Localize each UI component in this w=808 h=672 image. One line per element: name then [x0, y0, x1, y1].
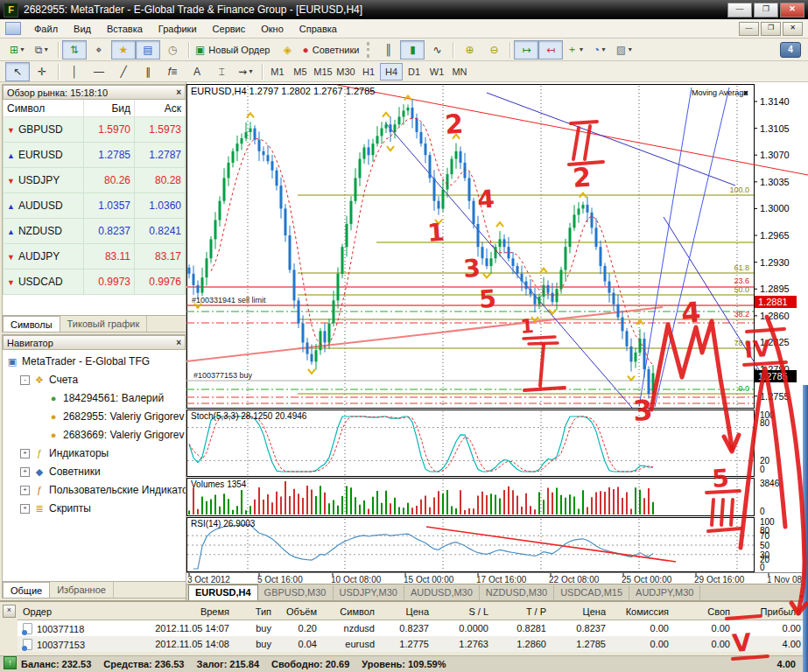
periods-button[interactable]: ◔▼	[587, 40, 612, 60]
order-row[interactable]: 1003771532012.11.05 14:08buy0.04eurusd1.…	[18, 636, 806, 652]
minimize-button[interactable]: —	[727, 3, 752, 18]
chart-tab-USDCAD,M15[interactable]: USDCAD,M15	[554, 585, 629, 600]
nav-tab-Избранное[interactable]: Избранное	[50, 582, 114, 598]
zoom-in-button[interactable]: ⊕	[457, 40, 481, 60]
term-col-9[interactable]: Комиссия	[611, 604, 674, 620]
tree-item[interactable]: ●184294561: Валерий	[4, 389, 186, 408]
term-col-5[interactable]: Цена	[380, 604, 434, 620]
tree-item[interactable]: ●2682955: Valeriy Grigorev	[4, 408, 186, 426]
mw-tab-Символы[interactable]: Символы	[3, 316, 60, 332]
timeframe-W1[interactable]: W1	[425, 63, 448, 80]
mw-tab-Тиковый график[interactable]: Тиковый график	[60, 316, 148, 332]
tree-item[interactable]: +◆Советники	[4, 463, 186, 481]
terminal-close-icon[interactable]: ×	[3, 605, 16, 618]
bar-chart-button[interactable]: ║	[376, 40, 400, 60]
tree-item[interactable]: +ƒПользовательские Индикатор	[4, 481, 186, 500]
strategy-tester-button[interactable]: ◷	[160, 40, 185, 60]
new-order-button[interactable]: ▣Новый Ордер	[193, 40, 275, 60]
term-col-7[interactable]: T / P	[494, 604, 552, 620]
crosshair-button[interactable]: ✛	[30, 62, 54, 81]
chart-tab-GBPUSD,M30[interactable]: GBPUSD,M30	[258, 585, 334, 600]
market-watch-row[interactable]: ▼AUDJPY83.1183.17	[4, 244, 186, 270]
arrows-button[interactable]: ⇝▼	[234, 62, 258, 81]
market-watch-row[interactable]: ▲NZDUSD0.82370.8241	[4, 219, 186, 244]
timeframe-M1[interactable]: M1	[266, 63, 289, 80]
tree-item[interactable]: ●2683669: Valeriy Grigorev	[4, 426, 186, 444]
tree-item[interactable]: +≣Скрипты	[4, 500, 186, 518]
menu-Вставка[interactable]: Вставка	[99, 21, 151, 37]
term-col-11[interactable]: Прибыль	[735, 604, 806, 620]
chart-tab-AUDJPY,M30[interactable]: AUDJPY,M30	[629, 585, 700, 600]
chart-window-icon[interactable]	[5, 22, 21, 35]
timeframe-M15[interactable]: M15	[312, 63, 334, 80]
term-col-0[interactable]: Ордер	[18, 604, 103, 620]
expand-icon[interactable]: +	[20, 504, 30, 514]
market-watch-button[interactable]: ⇅	[62, 40, 87, 60]
mdi-restore-button[interactable]: ❐	[761, 22, 781, 36]
market-watch-row[interactable]: ▼USDCAD0.99730.9976	[4, 270, 186, 295]
market-watch-row[interactable]: ▼GBPUSD1.59701.5973	[4, 117, 186, 143]
menu-Вид[interactable]: Вид	[66, 21, 99, 37]
mw-col-2[interactable]: Аск	[135, 100, 186, 117]
mw-col-1[interactable]: Бид	[84, 100, 135, 117]
timeframe-M30[interactable]: M30	[334, 63, 357, 80]
chart-canvas[interactable]: 100.061.823.650.038.278.60.0#100331941 s…	[186, 82, 808, 584]
templates-button[interactable]: ▨▼	[612, 40, 636, 60]
menu-Сервис[interactable]: Сервис	[205, 21, 254, 37]
candlestick-chart-button[interactable]: ▮	[400, 40, 425, 60]
expand-icon[interactable]: +	[20, 467, 30, 477]
cursor-button[interactable]: ↖	[5, 62, 30, 81]
terminal-button[interactable]: ▤	[136, 40, 160, 60]
mdi-minimize-button[interactable]: —	[739, 22, 759, 36]
term-col-4[interactable]: Символ	[322, 604, 380, 620]
timeframe-H1[interactable]: H1	[357, 63, 380, 80]
mdi-close-button[interactable]: ✕	[783, 22, 803, 36]
alerts-icon[interactable]: ◈	[275, 40, 299, 60]
chart-profiles-button[interactable]: ⧉▼	[30, 40, 54, 60]
vertical-line-button[interactable]: │	[62, 62, 87, 81]
timeframe-H4[interactable]: H4	[380, 63, 403, 80]
line-chart-button[interactable]: ∿	[425, 40, 449, 60]
indicators-button[interactable]: ＋▼	[563, 40, 587, 60]
chart-tab-NZDUSD,M30[interactable]: NZDUSD,M30	[480, 585, 554, 600]
text-label-button[interactable]: ⌶	[209, 62, 234, 81]
expand-icon[interactable]: +	[20, 449, 30, 458]
tree-item[interactable]: ▣MetaTrader - E-Global TFG	[4, 353, 186, 371]
tree-item[interactable]: +ƒИндикаторы	[4, 444, 186, 463]
horizontal-line-button[interactable]: —	[87, 62, 111, 81]
close-button[interactable]: ✕	[780, 3, 804, 18]
menu-Файл[interactable]: Файл	[26, 21, 66, 37]
chart-window[interactable]: 100.061.823.650.038.278.60.0#100331941 s…	[186, 82, 808, 600]
term-col-3[interactable]: Объём	[277, 604, 322, 620]
nav-tab-Общие[interactable]: Общие	[3, 582, 50, 598]
order-row[interactable]: 1003771182012.11.05 14:07buy0.20nzdusd0.…	[18, 620, 806, 637]
market-watch-row[interactable]: ▲AUDUSD1.03571.0360	[4, 193, 186, 219]
new-chart-button[interactable]: ⊞▼	[5, 40, 30, 60]
term-col-8[interactable]: Цена	[552, 604, 611, 620]
menu-Окно[interactable]: Окно	[253, 21, 292, 37]
market-watch-row[interactable]: ▲EURUSD1.27851.2787	[4, 143, 186, 168]
timeframe-MN[interactable]: MN	[448, 63, 471, 80]
mw-col-0[interactable]: Символ	[4, 100, 84, 117]
expert-advisors-button[interactable]: ●Советники	[299, 40, 364, 60]
auto-scroll-button[interactable]: ↦	[514, 40, 538, 60]
term-col-10[interactable]: Своп	[674, 604, 735, 620]
menu-Справка[interactable]: Справка	[292, 21, 345, 37]
zoom-out-button[interactable]: ⊖	[481, 40, 506, 60]
timeframe-D1[interactable]: D1	[403, 63, 425, 80]
fibonacci-button[interactable]: 𝑓≡	[160, 62, 185, 81]
chart-shift-button[interactable]: ↤	[538, 40, 563, 60]
chart-tab-EURUSD,H4[interactable]: EURUSD,H4	[188, 584, 258, 600]
trendline-button[interactable]: ╱	[111, 62, 136, 81]
tree-item[interactable]: -❖Счета	[4, 371, 186, 389]
expand-icon[interactable]: +	[20, 486, 30, 495]
text-button[interactable]: A	[185, 62, 209, 81]
channel-button[interactable]: ∥	[136, 62, 160, 81]
data-window-button[interactable]: ⌖	[87, 40, 111, 60]
navigator-button[interactable]: ★	[111, 40, 136, 60]
maximize-button[interactable]: ❐	[754, 3, 778, 18]
navigator-close-icon[interactable]: ×	[176, 338, 181, 347]
term-col-1[interactable]: Время	[103, 604, 235, 620]
menu-Графики[interactable]: Графики	[151, 21, 205, 37]
term-col-2[interactable]: Тип	[235, 604, 277, 620]
